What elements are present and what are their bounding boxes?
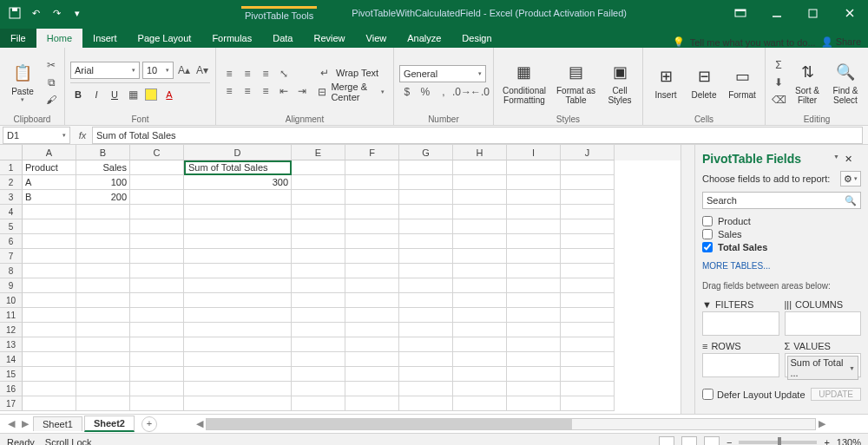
cell-H16[interactable] (453, 382, 507, 396)
cell-B6[interactable] (76, 234, 130, 249)
col-header-B[interactable]: B (76, 145, 130, 160)
field-checkbox[interactable] (702, 242, 713, 252)
cell-E15[interactable] (292, 367, 345, 382)
cell-C6[interactable] (130, 234, 184, 249)
cell-C9[interactable] (130, 278, 184, 293)
increase-font-icon[interactable]: A▴ (176, 62, 192, 78)
cell-E11[interactable] (292, 308, 345, 323)
italic-icon[interactable]: I (89, 87, 104, 102)
cell-A1[interactable]: Product (23, 160, 76, 175)
cell-G17[interactable] (399, 396, 453, 411)
more-tables-link[interactable]: MORE TABLES... (702, 261, 861, 271)
insert-cells-button[interactable]: ⊞Insert (648, 54, 683, 111)
add-sheet-icon[interactable]: + (141, 416, 157, 432)
cell-C1[interactable] (130, 160, 184, 175)
cell-E10[interactable] (292, 293, 345, 308)
align-center-icon[interactable]: ≡ (240, 83, 255, 99)
vertical-scrollbar[interactable] (681, 145, 694, 414)
defer-update-checkbox[interactable] (702, 389, 713, 400)
cell-A17[interactable] (23, 396, 76, 411)
horizontal-scrollbar[interactable]: ◀▶ (194, 418, 828, 430)
cell-B13[interactable] (76, 337, 130, 352)
cell-F16[interactable] (345, 382, 399, 396)
cell-D14[interactable] (184, 352, 292, 367)
cut-icon[interactable]: ✂ (43, 57, 59, 73)
cell-D13[interactable] (184, 337, 292, 352)
cell-G1[interactable] (399, 160, 453, 175)
cell-A11[interactable] (23, 308, 76, 323)
cell-A10[interactable] (23, 293, 76, 308)
cell-D1[interactable]: Sum of Total Sales (184, 160, 292, 175)
fx-icon[interactable]: fx (73, 130, 92, 141)
cell-D6[interactable] (184, 234, 292, 249)
cell-I10[interactable] (507, 293, 561, 308)
row-header-8[interactable]: 8 (0, 264, 23, 278)
bold-icon[interactable]: B (70, 87, 86, 102)
cell-J11[interactable] (561, 308, 615, 323)
cell-B7[interactable] (76, 249, 130, 264)
cell-A3[interactable]: B (23, 190, 76, 205)
cell-A12[interactable] (23, 323, 76, 337)
delete-cells-button[interactable]: ⊟Delete (687, 54, 721, 111)
cell-C7[interactable] (130, 249, 184, 264)
cell-E5[interactable] (292, 219, 345, 234)
cell-F17[interactable] (345, 396, 399, 411)
conditional-formatting-button[interactable]: ▦Conditional Formatting (499, 54, 549, 111)
col-header-F[interactable]: F (345, 145, 399, 160)
cell-F2[interactable] (345, 175, 399, 190)
fill-color-icon[interactable] (143, 87, 159, 102)
normal-view-icon[interactable] (659, 436, 674, 446)
cell-I1[interactable] (507, 160, 561, 175)
cell-H14[interactable] (453, 352, 507, 367)
cell-I8[interactable] (507, 264, 561, 278)
cell-B16[interactable] (76, 382, 130, 396)
zoom-out-icon[interactable]: − (727, 437, 732, 446)
cell-G10[interactable] (399, 293, 453, 308)
cell-D4[interactable] (184, 205, 292, 219)
cell-C4[interactable] (130, 205, 184, 219)
cell-E1[interactable] (292, 160, 345, 175)
col-header-E[interactable]: E (292, 145, 345, 160)
sheet-tab-sheet2[interactable]: Sheet2 (84, 416, 135, 432)
share-button[interactable]: 👤 Share (821, 36, 861, 48)
row-header-13[interactable]: 13 (0, 337, 23, 352)
sheet-tab-sheet1[interactable]: Sheet1 (33, 416, 82, 431)
cell-G12[interactable] (399, 323, 453, 337)
font-name-combo[interactable]: Arial▾ (70, 62, 140, 79)
zoom-level[interactable]: 130% (837, 437, 861, 446)
row-header-9[interactable]: 9 (0, 278, 23, 293)
cell-I6[interactable] (507, 234, 561, 249)
align-top-icon[interactable]: ≡ (221, 66, 237, 82)
cell-E8[interactable] (292, 264, 345, 278)
cell-J17[interactable] (561, 396, 615, 411)
cell-G5[interactable] (399, 219, 453, 234)
cell-styles-button[interactable]: ▣Cell Styles (602, 54, 637, 111)
cell-I4[interactable] (507, 205, 561, 219)
cell-I7[interactable] (507, 249, 561, 264)
decrease-decimal-icon[interactable]: ←.0 (472, 84, 488, 100)
cell-A14[interactable] (23, 352, 76, 367)
update-button[interactable]: UPDATE (811, 388, 861, 401)
ribbon-options-icon[interactable] (722, 0, 759, 26)
minimize-icon[interactable] (759, 0, 795, 26)
align-left-icon[interactable]: ≡ (221, 83, 237, 99)
cell-D8[interactable] (184, 264, 292, 278)
cell-J13[interactable] (561, 337, 615, 352)
cell-F15[interactable] (345, 367, 399, 382)
cell-A8[interactable] (23, 264, 76, 278)
cell-F6[interactable] (345, 234, 399, 249)
cell-C12[interactable] (130, 323, 184, 337)
cell-B8[interactable] (76, 264, 130, 278)
field-total-sales[interactable]: Total Sales (702, 242, 861, 252)
row-header-3[interactable]: 3 (0, 190, 23, 205)
format-cells-button[interactable]: ▭Format (725, 54, 760, 111)
cell-B14[interactable] (76, 352, 130, 367)
tell-me-search[interactable]: 💡 Tell me what you want to do... (673, 36, 816, 48)
cell-B12[interactable] (76, 323, 130, 337)
cell-J4[interactable] (561, 205, 615, 219)
sheet-nav-prev-icon[interactable]: ◀ (5, 418, 17, 429)
wrap-text-button[interactable]: ↵Wrap Text (313, 64, 388, 82)
panel-close-icon[interactable]: ✕ (845, 154, 852, 165)
font-color-icon[interactable]: A (161, 87, 177, 102)
cell-C13[interactable] (130, 337, 184, 352)
